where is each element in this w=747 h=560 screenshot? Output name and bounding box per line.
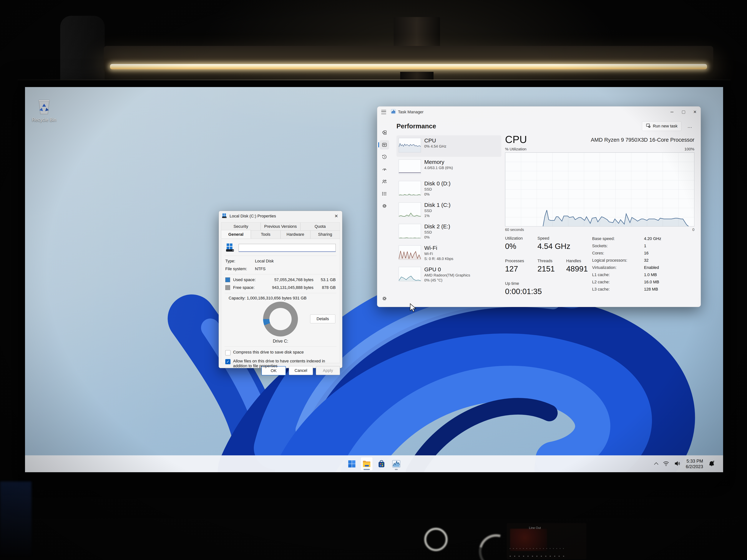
device-markings — [510, 548, 565, 557]
list-item-disk0[interactable]: Disk 0 (D:)SSD0% — [396, 178, 501, 200]
capacity-bytes: 1,000,186,310,656 bytes — [247, 296, 292, 300]
cpu-spec-details: Base speed:4.20 GHz Sockets:1 Cores:16 L… — [592, 236, 661, 292]
compress-checkbox-row[interactable]: Compress this drive to save disk space — [225, 350, 336, 355]
close-icon: ✕ — [693, 110, 697, 114]
compress-checkbox[interactable] — [225, 350, 230, 355]
hamburger-menu-icon[interactable] — [381, 110, 386, 114]
list-item-gpu[interactable]: GPU 0AMD Radeon(TM) Graphics0% (45 °C) — [396, 264, 501, 286]
wifi-tray-icon[interactable] — [663, 461, 669, 467]
list-item-disk1[interactable]: Disk 1 (C:)SSD1% — [396, 200, 501, 221]
general-tab-page: Type:Local Disk File system:NTFS Used sp… — [221, 239, 340, 363]
tray-date: 6/2/2023 — [686, 464, 703, 470]
disk1-mini-chart — [399, 203, 421, 217]
dialog-close-icon[interactable]: ✕ — [332, 214, 340, 219]
recycle-bin-label: Recycle Bin — [28, 117, 60, 123]
dialog-titlebar[interactable]: Local Disk (C:) Properties ✕ — [219, 211, 342, 221]
recycle-bin-shortcut[interactable]: Recycle Bin — [28, 98, 60, 123]
more-options-icon[interactable]: … — [686, 123, 694, 129]
page-title: Performance — [396, 123, 642, 130]
file-explorer-button[interactable] — [361, 457, 373, 471]
performance-device-list: CPU0% 4.54 GHz Memory4.0/63.1 GB (6%) Di… — [396, 135, 501, 286]
cpu-mini-chart — [399, 138, 421, 153]
cpu-panel-title: CPU — [505, 134, 591, 145]
capacity-size: 931 GB — [293, 296, 307, 300]
tab-quota[interactable]: Quota — [300, 222, 340, 230]
free-space-bytes: 943,131,045,888 bytes — [268, 285, 313, 290]
nav-startup-apps-icon[interactable] — [380, 165, 389, 174]
device-screen-glow — [510, 529, 547, 551]
filesystem-value: NTFS — [255, 266, 265, 271]
wifi-mini-chart — [399, 245, 421, 260]
screen: Recycle Bin Local Disk (C:) Properties ✕ — [25, 87, 723, 472]
list-item-disk2[interactable]: Disk 2 (E:)SSD0% — [396, 221, 501, 243]
settings-gear-icon[interactable] — [380, 294, 389, 303]
drive-icon — [222, 213, 227, 219]
tab-sharing[interactable]: Sharing — [310, 230, 340, 239]
tab-hardware[interactable]: Hardware — [281, 230, 310, 239]
tab-security[interactable]: Security — [221, 222, 261, 230]
taskbar-clock[interactable]: 5:33 PM 6/2/2023 — [686, 458, 703, 470]
list-item-cpu[interactable]: CPU0% 4.54 GHz — [396, 135, 501, 157]
stat-utilization: Utilization0% — [505, 236, 523, 251]
recycle-bin-icon — [35, 113, 53, 116]
volume-tray-icon[interactable] — [674, 461, 681, 467]
local-disk-properties-dialog: Local Disk (C:) Properties ✕ Security Pr… — [218, 211, 342, 368]
nav-performance-icon[interactable] — [380, 140, 389, 150]
free-space-size: 878 GB — [313, 285, 336, 290]
capacity-label: Capacity: — [229, 296, 246, 300]
monitor-lightbar — [104, 46, 713, 72]
index-checkbox-label: Allow files on this drive to have conten… — [233, 359, 336, 368]
type-label: Type: — [225, 259, 255, 264]
compress-checkbox-label: Compress this drive to save disk space — [233, 350, 304, 355]
index-checkbox[interactable]: ✓ — [225, 359, 230, 364]
cpu-detail-panel: CPU AMD Ryzen 9 7950X3D 16-Core Processo… — [505, 134, 694, 307]
task-manager-titlebar[interactable]: Task Manager ✕ — [377, 106, 701, 117]
run-new-task-button[interactable]: Run new task — [642, 121, 681, 131]
disk2-mini-chart — [399, 224, 421, 238]
nav-processes-icon[interactable] — [380, 128, 389, 137]
task-manager-nav-rail — [377, 117, 392, 307]
nav-details-icon[interactable] — [380, 189, 389, 198]
tray-chevron-up-icon[interactable] — [654, 462, 658, 467]
nav-users-icon[interactable] — [380, 177, 389, 186]
close-button[interactable]: ✕ — [689, 106, 701, 117]
task-manager-app-icon — [391, 109, 396, 115]
capacity-row: Capacity: 1,000,186,310,656 bytes 931 GB — [225, 296, 336, 300]
donut-hole — [269, 308, 292, 330]
lightbar-led-strip — [110, 64, 707, 69]
list-item-wifi[interactable]: Wi-FiWi-FiS: 0 R: 48.0 Kbps — [396, 243, 501, 264]
drive-icon-large — [225, 243, 235, 253]
dialog-title: Local Disk (C:) Properties — [230, 214, 332, 218]
mouse-cursor — [409, 303, 416, 313]
dialog-tabs: Security Previous Versions Quota General… — [219, 221, 342, 239]
free-space-label: Free space: — [233, 285, 268, 290]
tab-previous-versions[interactable]: Previous Versions — [261, 222, 300, 230]
axis-60s-label: 60 seconds — [505, 228, 524, 232]
stat-handles: Handles48991 — [566, 259, 588, 273]
details-button[interactable]: Details — [310, 315, 335, 323]
drive-c-caption: Drive C: — [225, 339, 336, 344]
type-value: Local Disk — [255, 259, 274, 264]
tab-general[interactable]: General — [221, 230, 251, 238]
lightbar-mount — [394, 17, 440, 49]
stat-speed: Speed4.54 GHz — [538, 236, 570, 251]
nav-app-history-icon[interactable] — [380, 153, 389, 162]
minimize-button[interactable] — [666, 106, 678, 117]
tab-tools[interactable]: Tools — [251, 230, 281, 239]
maximize-button[interactable] — [678, 106, 689, 117]
volume-label-input[interactable] — [239, 244, 336, 252]
device-line-out-label: Line Out — [529, 526, 541, 530]
microsoft-store-button[interactable] — [375, 457, 388, 471]
stat-threads: Threads2151 — [538, 259, 555, 273]
list-item-memory[interactable]: Memory4.0/63.1 GB (6%) — [396, 157, 501, 178]
task-manager-taskbar-button[interactable] — [390, 457, 403, 471]
index-checkbox-row[interactable]: ✓ Allow files on this drive to have cont… — [225, 359, 336, 368]
axis-utilization-label: % Utilization — [505, 147, 526, 151]
start-button[interactable] — [346, 457, 358, 471]
free-space-swatch — [225, 285, 230, 290]
axis-100-label: 100% — [685, 147, 694, 151]
stat-uptime: Up time0:00:01:35 — [505, 281, 542, 296]
task-manager-title: Task Manager — [398, 110, 423, 114]
notification-bell-icon[interactable] — [708, 460, 715, 468]
nav-services-icon[interactable] — [380, 201, 389, 211]
